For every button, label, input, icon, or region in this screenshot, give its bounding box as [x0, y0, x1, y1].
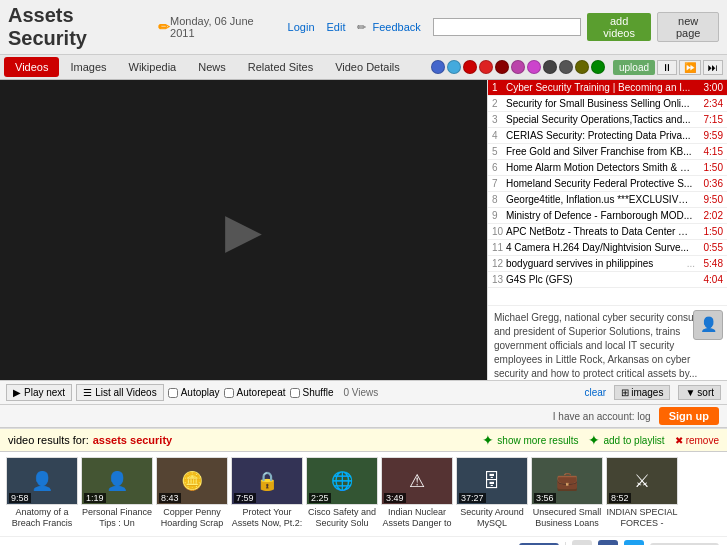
- playlist-item[interactable]: 1 Cyber Security Training | Becoming an …: [488, 80, 727, 96]
- playlist-item[interactable]: 12 bodyguard servives in philippines ...…: [488, 256, 727, 272]
- video-player[interactable]: ▶: [0, 80, 487, 380]
- color-red2[interactable]: [479, 60, 493, 74]
- footer-bar: f Like ✉ f t ↗ ShareThis: [0, 536, 727, 545]
- facebook-icon-btn[interactable]: f: [598, 540, 618, 545]
- autorepeat-checkbox-label[interactable]: Autorepeat: [224, 387, 286, 398]
- tab-wikipedia[interactable]: Wikipedia: [118, 57, 188, 77]
- play-next-label: Play next: [24, 387, 65, 398]
- thumbnail-duration: 8:43: [159, 493, 181, 503]
- thumbnail-item[interactable]: 🗄 37:27 Security Around MySQL: [456, 457, 528, 531]
- page-title: Assets Security ✏: [8, 4, 170, 50]
- playlist-item[interactable]: 8 George4title, Inflation.us ***EXCLUSIV…: [488, 192, 727, 208]
- playlist-item[interactable]: 7 Homeland Security Federal Protective S…: [488, 176, 727, 192]
- thumbnail-item[interactable]: ⚔ 8:52 INDIAN SPECIAL FORCES -: [606, 457, 678, 531]
- email-icon[interactable]: ✉: [572, 540, 592, 545]
- color-dark1[interactable]: [543, 60, 557, 74]
- playlist-item-duration: 7:15: [697, 114, 723, 125]
- playlist-item-num: 3: [492, 114, 506, 125]
- media-btn-1[interactable]: ⏸: [657, 60, 677, 75]
- login-link[interactable]: Login: [288, 21, 315, 33]
- playlist-item[interactable]: 6 Home Alarm Motion Detectors Smith & V.…: [488, 160, 727, 176]
- thumbnail-item[interactable]: 💼 3:56 Unsecured Small Business Loans: [531, 457, 603, 531]
- new-page-button[interactable]: new page: [657, 12, 719, 42]
- search-input[interactable]: [433, 18, 581, 36]
- video-player-area: ▶: [0, 80, 487, 380]
- tab-video-details[interactable]: Video Details: [324, 57, 411, 77]
- autoplay-checkbox[interactable]: [168, 388, 178, 398]
- thumbnail-title: Personal Finance Tips : Un: [81, 507, 153, 531]
- thumbnail-item[interactable]: ⚠ 3:49 Indian Nuclear Assets Danger to: [381, 457, 453, 531]
- list-all-videos-button[interactable]: ☰ List all Videos: [76, 384, 164, 401]
- upload-button[interactable]: upload: [613, 60, 655, 75]
- autorepeat-checkbox[interactable]: [224, 388, 234, 398]
- thumbnail-item[interactable]: 🌐 2:25 Cisco Safety and Security Solu: [306, 457, 378, 531]
- views-count: 0 Views: [343, 387, 378, 398]
- color-purple[interactable]: [511, 60, 525, 74]
- playlist-item[interactable]: 2 Security for Small Business Selling On…: [488, 96, 727, 112]
- shuffle-checkbox[interactable]: [290, 388, 300, 398]
- remove-button[interactable]: ✖ remove: [675, 435, 719, 446]
- results-bar: video results for: assets security ✦ sho…: [0, 428, 727, 452]
- color-lightblue[interactable]: [447, 60, 461, 74]
- pencil-icon-small: ✏: [357, 21, 366, 34]
- playlist-item[interactable]: 9 Ministry of Defence - Farnborough MOD.…: [488, 208, 727, 224]
- twitter-icon-btn[interactable]: t: [624, 540, 644, 545]
- thumbnail-duration: 3:56: [534, 493, 556, 503]
- add-to-playlist-button[interactable]: ✦ add to playlist: [588, 432, 664, 448]
- thumbnail-title: Security Around MySQL: [456, 507, 528, 531]
- thumbnail-duration: 3:49: [384, 493, 406, 503]
- sort-button[interactable]: ▼ sort: [678, 385, 721, 400]
- color-red1[interactable]: [463, 60, 477, 74]
- tab-news[interactable]: News: [187, 57, 237, 77]
- playlist-item-duration: 0:55: [697, 242, 723, 253]
- color-olive[interactable]: [575, 60, 589, 74]
- feedback-link[interactable]: Feedback: [372, 21, 420, 33]
- autoplay-checkbox-label[interactable]: Autoplay: [168, 387, 220, 398]
- right-panel: 1 Cyber Security Training | Becoming an …: [487, 80, 727, 380]
- images-button[interactable]: ⊞ images: [614, 385, 670, 400]
- media-btn-2[interactable]: ⏩: [679, 60, 701, 75]
- shuffle-checkbox-label[interactable]: Shuffle: [290, 387, 334, 398]
- main-area: ▶ 1 Cyber Security Training | Becoming a…: [0, 80, 727, 380]
- playlist-item[interactable]: 3 Special Security Operations,Tactics an…: [488, 112, 727, 128]
- thumbnail-item[interactable]: 🔒 7:59 Protect Your Assets Now, Pt.2:: [231, 457, 303, 531]
- tabs-bar: Videos Images Wikipedia News Related Sit…: [0, 55, 727, 80]
- images-grid-icon: ⊞: [621, 387, 629, 398]
- thumbnail-duration: 9:58: [9, 493, 31, 503]
- thumbnail-duration: 1:19: [84, 493, 106, 503]
- thumbnail-item[interactable]: 🪙 8:43 Copper Penny Hoarding Scrap: [156, 457, 228, 531]
- edit-link[interactable]: Edit: [327, 21, 346, 33]
- thumbnail-item[interactable]: 👤 9:58 Anatomy of a Breach Francis: [6, 457, 78, 531]
- color-darkred[interactable]: [495, 60, 509, 74]
- playlist-item-duration: 2:34: [697, 98, 723, 109]
- tab-related-sites[interactable]: Related Sites: [237, 57, 324, 77]
- show-more-results-button[interactable]: ✦ show more results: [482, 432, 578, 448]
- clear-link[interactable]: clear: [584, 387, 606, 398]
- thumbnail-item[interactable]: 👤 1:19 Personal Finance Tips : Un: [81, 457, 153, 531]
- header: Assets Security ✏ Monday, 06 June 2011 L…: [0, 0, 727, 55]
- color-dark2[interactable]: [559, 60, 573, 74]
- color-green[interactable]: [591, 60, 605, 74]
- playlist-item-num: 2: [492, 98, 506, 109]
- add-videos-button[interactable]: add videos: [587, 13, 652, 41]
- playlist-item[interactable]: 11 4 Camera H.264 Day/Nightvision Surve.…: [488, 240, 727, 256]
- thumbnail-duration: 7:59: [234, 493, 256, 503]
- color-blue[interactable]: [431, 60, 445, 74]
- tab-images[interactable]: Images: [59, 57, 117, 77]
- thumbnail-title: Indian Nuclear Assets Danger to: [381, 507, 453, 531]
- media-btn-3[interactable]: ⏭: [703, 60, 723, 75]
- playlist-item[interactable]: 5 Free Gold and Silver Franchise from KB…: [488, 144, 727, 160]
- playlist-item[interactable]: 4 CERIAS Security: Protecting Data Priva…: [488, 128, 727, 144]
- results-prefix: video results for:: [8, 434, 89, 446]
- tab-videos[interactable]: Videos: [4, 57, 59, 77]
- playlist-item-num: 13: [492, 274, 506, 285]
- color-magenta[interactable]: [527, 60, 541, 74]
- edit-pencil-icon[interactable]: ✏: [158, 19, 170, 35]
- play-next-button[interactable]: ▶ Play next: [6, 384, 72, 401]
- playlist-item-num: 1: [492, 82, 506, 93]
- playlist-item-num: 5: [492, 146, 506, 157]
- signup-button[interactable]: Sign up: [659, 407, 719, 425]
- playlist-item[interactable]: 10 APC NetBotz - Threats to Data Center …: [488, 224, 727, 240]
- playlist-item[interactable]: 13 G4S Plc (GFS) 4:04: [488, 272, 727, 288]
- playlist-item-num: 11: [492, 242, 506, 253]
